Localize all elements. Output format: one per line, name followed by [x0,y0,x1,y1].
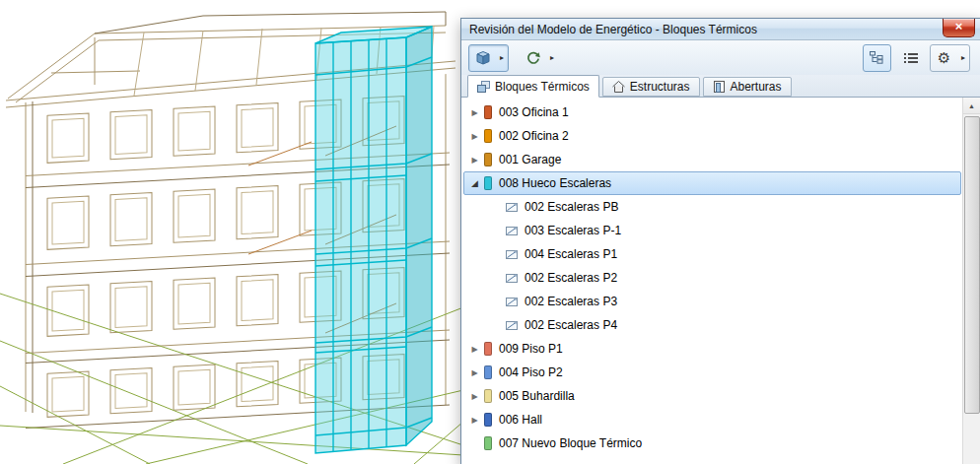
flyout-arrow-icon: ▸ [500,53,504,62]
close-button[interactable]: × [943,19,975,37]
selected-thermal-block [315,27,432,453]
flyout-arrow-icon: ▸ [550,53,554,62]
zone-stamp-icon [505,224,519,237]
structures-icon [612,81,625,93]
thermal-blocks-tree: ▶003 Oficina 1▶002 Oficina 2▶001 Garage◢… [461,100,963,455]
tree-view-icon [870,51,884,64]
scrollbar-thumb[interactable] [964,116,980,414]
tree-subitem[interactable]: 002 Escaleras P2 [463,266,961,290]
scroll-up-icon: ▲ [968,102,975,109]
tree-subitem-label: 002 Escaleras P4 [525,318,617,332]
dialog-titlebar[interactable]: Revisión del Modelo de Energético - Bloq… [461,19,980,40]
model-cube-icon [475,50,491,66]
dialog-toolbar: ▸ ▸ [461,40,980,75]
thermal-block-color-icon [484,176,492,190]
tab-label: Aberturas [731,80,782,94]
view-options-group: ⚙ ▸ [863,44,973,72]
tree-item[interactable]: 007 Nuevo Bloque Térmico [463,431,961,455]
list-view-toggle[interactable] [896,44,925,72]
tree-subitem-label: 003 Escaleras P-1 [525,224,621,237]
close-icon: × [955,19,963,33]
tree-item[interactable]: ▶001 Garage [463,148,961,171]
3d-model-viewport[interactable] [0,0,463,464]
tree-subitem-label: 002 Escaleras PB [525,200,618,214]
thermal-block-color-icon [484,413,492,427]
tree-item[interactable]: ▶005 Buhardilla [463,384,961,408]
expander-expanded-icon[interactable]: ◢ [467,178,482,188]
building-wireframe [0,0,463,464]
expander-collapsed-icon[interactable]: ▶ [467,345,482,354]
tab-aberturas[interactable]: Aberturas [703,77,792,97]
list-view-icon [904,52,918,64]
thermal-block-color-icon [484,389,492,403]
zone-stamp-icon [505,295,519,308]
tree-subitem[interactable]: 002 Escaleras P4 [463,313,961,337]
thermal-block-color-icon [484,153,492,166]
refresh-button[interactable] [520,45,546,71]
tree-item-label: 008 Hueco Escaleras [499,176,611,190]
tree-item-label: 002 Oficina 2 [499,129,569,143]
dialog-title: Revisión del Modelo de Energético - Bloq… [469,23,757,36]
settings-button[interactable]: ⚙ [931,45,957,71]
thermal-block-color-icon [484,105,492,119]
zone-stamp-icon [505,247,519,261]
tree-item-label: 004 Piso P2 [499,365,563,379]
tree-item-label: 005 Buhardilla [499,389,575,403]
tree-item-label: 001 Garage [499,153,561,166]
tab-estructuras[interactable]: Estructuras [602,77,700,97]
tree-subitem[interactable]: 002 Escaleras PB [463,195,961,219]
tree-subitem-label: 004 Escaleras P1 [525,247,617,261]
expander-collapsed-icon[interactable]: ▶ [467,132,482,141]
thermal-blocks-icon [477,81,490,93]
update-model-button[interactable] [469,45,496,71]
update-model-group: ▸ [468,44,509,72]
tree-item[interactable]: ▶006 Hall [463,408,961,431]
tab-label: Bloques Térmicos [495,80,590,94]
settings-flyout-button[interactable]: ▸ [957,45,969,71]
tree-item[interactable]: ▶003 Oficina 1 [463,100,961,124]
zone-stamp-icon [505,271,519,285]
tree-subitem[interactable]: 002 Escaleras P3 [463,290,961,313]
tree-view-toggle[interactable] [863,44,891,72]
tree-subitem-label: 002 Escaleras P2 [525,271,617,285]
tab-label: Estructuras [630,80,690,94]
update-model-flyout-button[interactable]: ▸ [496,45,508,71]
expander-collapsed-icon[interactable]: ▶ [467,108,482,117]
thermal-block-color-icon [484,365,492,379]
vertical-scrollbar[interactable]: ▲ [962,98,980,464]
tree-subitem-label: 002 Escaleras P3 [525,295,617,308]
thermal-block-color-icon [484,436,492,450]
gear-icon: ⚙ [938,50,950,65]
tree-item-label: 003 Oficina 1 [499,105,569,119]
thermal-block-color-icon [484,342,492,356]
tab-bar: Bloques Térmicos Estructuras Aberturas [461,75,980,98]
tree-item[interactable]: ▶002 Oficina 2 [463,124,961,148]
expander-collapsed-icon[interactable]: ▶ [467,368,482,377]
refresh-icon [525,50,541,66]
flyout-arrow-icon: ▸ [961,53,965,62]
expander-collapsed-icon[interactable]: ▶ [467,416,482,425]
tree-item[interactable]: ◢008 Hueco Escaleras [463,171,961,195]
expander-collapsed-icon[interactable]: ▶ [467,392,482,401]
tree-subitem[interactable]: 004 Escaleras P1 [463,242,961,266]
tree-item[interactable]: ▶004 Piso P2 [463,361,961,384]
refresh-group: ▸ [519,44,559,72]
energy-model-review-dialog: Revisión del Modelo de Energético - Bloq… [460,18,980,464]
tree-item-label: 006 Hall [499,413,542,427]
tab-bloques-termicos[interactable]: Bloques Térmicos [467,75,599,98]
tree-subitem[interactable]: 003 Escaleras P-1 [463,219,961,242]
openings-icon [713,81,726,93]
zone-stamp-icon [505,318,519,332]
thermal-block-color-icon [484,129,492,143]
zone-stamp-icon [505,200,519,214]
expander-collapsed-icon[interactable]: ▶ [467,156,482,165]
tree-item-label: 009 Piso P1 [499,342,563,356]
tree-item[interactable]: ▶009 Piso P1 [463,337,961,361]
scroll-up-button[interactable]: ▲ [963,98,980,114]
tab-content: ▶003 Oficina 1▶002 Oficina 2▶001 Garage◢… [461,98,980,464]
tree-item-label: 007 Nuevo Bloque Térmico [499,436,642,450]
settings-group: ⚙ ▸ [930,44,970,72]
refresh-flyout-button[interactable]: ▸ [546,45,558,71]
